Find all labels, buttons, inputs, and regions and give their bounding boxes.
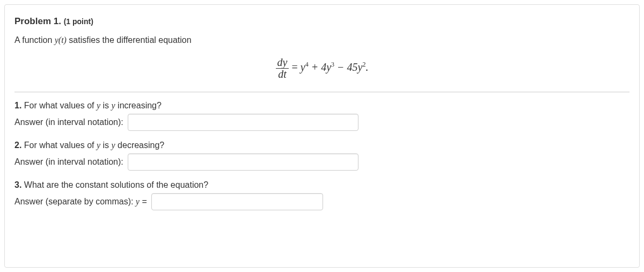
q1-var2: y	[112, 101, 115, 110]
q3-text: What are the constant solutions of the e…	[21, 180, 208, 189]
problem-heading: Problem 1. (1 point)	[14, 16, 630, 27]
answer-1-input[interactable]	[128, 114, 358, 131]
answer-3-var: y	[136, 197, 140, 206]
answer-1-line: Answer (in interval notation):	[14, 114, 630, 131]
problem-panel: Problem 1. (1 point) A function y(t) sat…	[4, 4, 640, 268]
differential-equation: dy dt = y4 + 4y3 − 45y2.	[14, 57, 630, 80]
divider	[14, 92, 630, 92]
problem-number: Problem 1.	[14, 16, 61, 26]
problem-intro: A function y(t) satisfies the differenti…	[14, 35, 630, 45]
fraction-denominator: dt	[276, 69, 289, 80]
question-1: 1. For what values of y is y increasing?	[14, 101, 630, 111]
answer-3-label: Answer (separate by commas):	[14, 197, 136, 206]
answer-2-label: Answer (in interval notation):	[14, 157, 123, 167]
answer-1-label: Answer (in interval notation):	[14, 117, 123, 127]
q1-var1: y	[97, 101, 100, 110]
q2-before: For what values of	[21, 141, 97, 150]
intro-func: y(t)	[55, 35, 67, 45]
answer-2-input[interactable]	[128, 153, 358, 171]
intro-prefix: A function	[14, 35, 55, 45]
question-2-number: 2.	[14, 141, 21, 150]
answer-2-line: Answer (in interval notation):	[14, 153, 630, 171]
answer-3-line: Answer (separate by commas): y =	[14, 193, 630, 210]
fraction-numerator: dy	[276, 57, 289, 69]
intro-suffix: satisfies the differential equation	[67, 35, 192, 45]
q1-after: increasing?	[115, 101, 162, 110]
equation-equals: =	[291, 61, 300, 73]
question-2: 2. For what values of y is y decreasing?	[14, 141, 630, 150]
problem-points: (1 point)	[64, 17, 93, 26]
answer-3-eq: =	[140, 197, 147, 206]
question-3: 3. What are the constant solutions of th…	[14, 180, 630, 190]
q2-after: decreasing?	[115, 141, 165, 150]
question-3-number: 3.	[14, 180, 21, 189]
q2-var2: y	[112, 141, 115, 150]
question-1-number: 1.	[14, 101, 21, 110]
answer-3-input[interactable]	[151, 193, 323, 210]
fraction-dy-dt: dy dt	[276, 57, 289, 80]
q2-var1: y	[97, 141, 100, 150]
equation-rhs: y4 + 4y3 − 45y2.	[301, 61, 369, 73]
q1-mid: is	[100, 101, 111, 110]
q1-before: For what values of	[21, 101, 97, 110]
q2-mid: is	[100, 141, 111, 150]
